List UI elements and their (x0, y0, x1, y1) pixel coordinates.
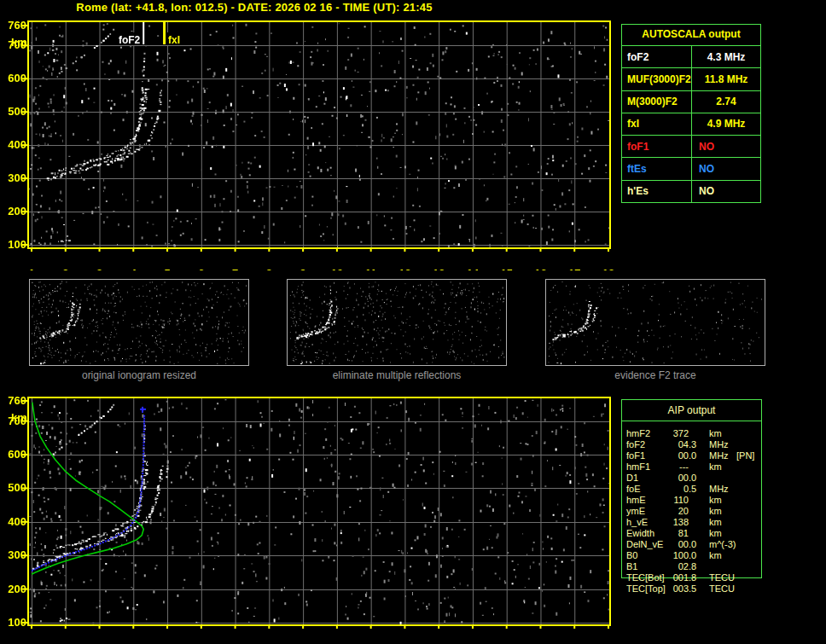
aip-row-value: 0 (648, 484, 689, 495)
aip-row: TEC[Top]003.5TECU (622, 583, 761, 595)
aip-row-value: 81 (648, 528, 689, 539)
aip-row-value: 138 (648, 517, 689, 528)
autoscala-row: h'EsNO (622, 180, 760, 202)
aip-row-value-fraction: .0 (689, 539, 696, 550)
aip-row: hmF2372km (622, 428, 761, 439)
top-ionogram-plot (0, 15, 621, 270)
aip-row-label: D1 (626, 473, 638, 484)
aip-output-table: AIP output hmF2372kmfoF204.3MHzfoF100.0M… (621, 399, 762, 578)
page-title: Rome (lat: +41.8, lon: 012.5) - DATE: 20… (0, 1, 509, 14)
autoscala-application-window: Rome (lat: +41.8, lon: 012.5) - DATE: 20… (0, 0, 826, 644)
autoscala-row-value: 4.3 MHz (692, 51, 760, 63)
aip-row: hmE110km (622, 495, 761, 506)
autoscala-row-label: M(3000)F2 (622, 91, 692, 113)
aip-row: ymE20km (622, 506, 761, 517)
autoscala-row: M(3000)F22.74 (622, 90, 760, 113)
aip-row-value-fraction: .0 (689, 473, 696, 484)
aip-row-value: 003 (648, 583, 689, 595)
aip-row-unit: km (709, 550, 722, 561)
autoscala-row: foF1NO (622, 135, 760, 157)
aip-row-label: hmF2 (626, 428, 650, 439)
autoscala-table-header: AUTOSCALA output (622, 25, 760, 46)
aip-row: DelN_vE00.0m^(-3) (622, 539, 761, 550)
autoscala-row-value: 11.8 MHz (692, 73, 760, 85)
autoscala-row-label: ftEs (622, 158, 692, 179)
aip-row-label: h_vE (626, 517, 648, 528)
aip-row: hmF1---km (622, 461, 761, 473)
aip-row-unit: km (709, 506, 722, 517)
aip-row-value: 00 (648, 539, 689, 550)
autoscala-row-value: 2.74 (692, 96, 760, 107)
aip-table-rows: hmF2372kmfoF204.3MHzfoF100.0MHz[PN]hmF1-… (622, 428, 761, 595)
aip-row-value: 100 (648, 550, 689, 561)
aip-row-label: hmE (626, 495, 646, 506)
aip-row-unit: MHz (709, 439, 729, 450)
autoscala-row-value: NO (692, 163, 760, 175)
thumbnail-caption-evidence: evidence F2 trace (545, 369, 765, 381)
autoscala-row: ftEsNO (622, 157, 760, 179)
aip-row-value: 00 (648, 473, 689, 484)
aip-row-unit: km (709, 428, 722, 439)
aip-row: B0100.0km (622, 550, 761, 561)
aip-row-value-fraction: .0 (689, 550, 696, 561)
aip-row-unit: TECU (709, 583, 735, 595)
autoscala-row-label: h'Es (622, 181, 692, 202)
aip-row-unit: TECU (709, 572, 735, 583)
aip-row-value: 02 (648, 561, 689, 572)
aip-row-label: foF2 (626, 439, 645, 450)
thumbnail-caption-original: original ionogram resized (29, 369, 249, 381)
aip-row-unit: MHz (709, 450, 729, 461)
aip-row-label: B1 (626, 561, 637, 572)
bottom-ionogram-plot (0, 386, 621, 644)
autoscala-row-label: foF2 (622, 46, 692, 67)
autoscala-row-value: NO (692, 141, 760, 153)
aip-row-value: 04 (648, 439, 689, 450)
aip-row-value-fraction: .5 (689, 484, 696, 495)
aip-row-label: hmF1 (626, 461, 650, 473)
aip-row: Ewidth81km (622, 528, 761, 539)
autoscala-row-value: 4.9 MHz (692, 118, 760, 130)
aip-row: foF204.3MHz (622, 439, 761, 450)
aip-row-value: 372 (648, 428, 689, 439)
aip-row-value: 110 (648, 495, 689, 506)
aip-row-value-fraction: .3 (689, 439, 696, 450)
aip-row-value-fraction: .8 (689, 561, 696, 572)
aip-row-unit: km (709, 528, 722, 539)
aip-row: foE0.5MHz (622, 484, 761, 495)
aip-row-value-fraction: .8 (689, 572, 696, 583)
autoscala-row-label: fxI (622, 113, 692, 135)
thumbnail-evidence-f2-trace (545, 279, 765, 366)
aip-row-unit: m^(-3) (709, 539, 736, 550)
aip-row-extra: [PN] (736, 450, 754, 461)
aip-row-unit: MHz (709, 484, 729, 495)
autoscala-row: foF24.3 MHz (622, 46, 760, 67)
aip-row-unit: km (709, 461, 722, 473)
aip-row-label: foE (626, 484, 641, 495)
thumbnail-original-ionogram (29, 279, 249, 366)
aip-row-value: 00 (648, 450, 689, 461)
thumbnail-caption-eliminate: eliminate multiple reflections (287, 369, 507, 381)
aip-row-label: ymE (626, 506, 645, 517)
aip-row-value: --- (648, 461, 689, 473)
autoscala-row: MUF(3000)F211.8 MHz (622, 67, 760, 90)
aip-row-value: 20 (648, 506, 689, 517)
aip-row-label: foF1 (626, 450, 645, 461)
autoscala-output-table: AUTOSCALA output foF24.3 MHzMUF(3000)F21… (621, 24, 761, 203)
autoscala-row-label: foF1 (622, 136, 692, 157)
thumbnail-eliminate-reflections (287, 279, 507, 366)
aip-table-header: AIP output (622, 400, 761, 421)
autoscala-row: fxI4.9 MHz (622, 113, 760, 135)
aip-row: h_vE138km (622, 517, 761, 528)
aip-row-unit: km (709, 495, 722, 506)
autoscala-row-value: NO (692, 185, 760, 197)
aip-row-label: B0 (626, 550, 637, 561)
aip-row: foF100.0MHz[PN] (622, 450, 761, 461)
autoscala-row-label: MUF(3000)F2 (622, 68, 692, 90)
aip-row-value-fraction: .5 (689, 583, 696, 595)
aip-row: TEC[Bot]001.8TECU (622, 572, 761, 583)
aip-row: D100.0 (622, 473, 761, 484)
aip-row: B102.8 (622, 561, 761, 572)
autoscala-table-rows: foF24.3 MHzMUF(3000)F211.8 MHzM(3000)F22… (622, 46, 760, 202)
aip-row-value: 001 (648, 572, 689, 583)
aip-row-unit: km (709, 517, 722, 528)
